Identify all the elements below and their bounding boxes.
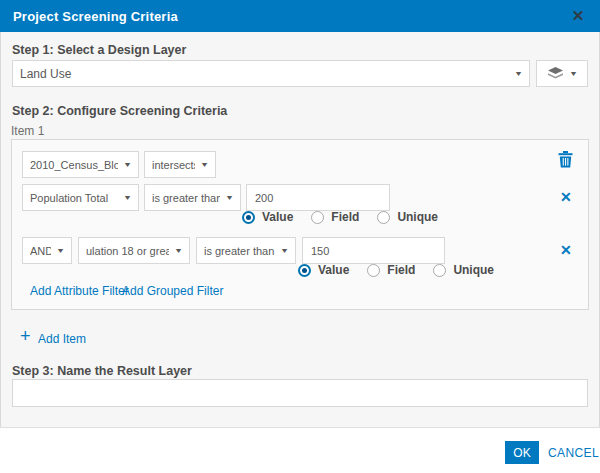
filter2-mode-value[interactable]: Value (298, 263, 349, 277)
ok-button[interactable]: OK (505, 441, 539, 464)
chevron-down-icon: ▼ (200, 161, 209, 168)
layer-options-button[interactable]: ▼ (536, 60, 588, 87)
dialog-title: Project Screening Criteria (13, 9, 178, 24)
delete-item-trash-icon[interactable] (558, 151, 573, 171)
chevron-down-icon: ▼ (568, 70, 577, 77)
step2-heading: Step 2: Configure Screening Criteria (12, 104, 227, 118)
add-item-link[interactable]: Add Item (38, 332, 86, 346)
spatial-operator-select-value: intersects (152, 159, 195, 171)
filter2-operator-select[interactable]: is greater than ▼ (196, 237, 296, 264)
filter1-value-input[interactable] (246, 184, 390, 211)
radio-unselected-icon (367, 264, 380, 277)
plus-icon[interactable]: + (20, 326, 31, 347)
dialog-header: Project Screening Criteria ✕ (0, 0, 600, 32)
filter2-field-select[interactable]: ulation 18 or greater ▼ (78, 237, 190, 264)
filter1-operator-select[interactable]: is greater than ▼ (144, 184, 241, 211)
filter1-mode-value[interactable]: Value (242, 210, 293, 224)
design-layer-select-value: Land Use (20, 67, 509, 81)
filter2-operator-select-value: is greater than (204, 245, 275, 257)
chevron-down-icon: ▼ (174, 247, 183, 254)
filter2-value-input[interactable] (302, 237, 445, 264)
filter2-logic-select[interactable]: AND ▼ (22, 237, 72, 264)
radio-selected-icon (298, 264, 311, 277)
add-attribute-filter-link[interactable]: Add Attribute Filter (30, 284, 129, 298)
chevron-down-icon: ▼ (56, 247, 65, 254)
filter1-field-select[interactable]: Population Total ▼ (22, 184, 139, 211)
cancel-button[interactable]: CANCEL (548, 446, 599, 460)
filter1-mode-field[interactable]: Field (311, 210, 359, 224)
item-label: Item 1 (11, 124, 44, 138)
dialog-footer: OK CANCEL (0, 427, 600, 473)
radio-unselected-icon (377, 211, 390, 224)
filter1-field-select-value: Population Total (30, 192, 118, 204)
radio-unselected-icon (433, 264, 446, 277)
filter2-logic-select-value: AND (30, 245, 51, 257)
radio-selected-icon (242, 211, 255, 224)
add-grouped-filter-link[interactable]: Add Grouped Filter (122, 284, 223, 298)
step1-heading: Step 1: Select a Design Layer (12, 43, 186, 57)
criteria-layer-select-value: 2010_Census_Blocks (30, 159, 118, 171)
spatial-operator-select[interactable]: intersects ▼ (144, 151, 216, 178)
filter2-mode-field[interactable]: Field (367, 263, 415, 277)
project-screening-criteria-dialog: Project Screening Criteria ✕ Step 1: Sel… (0, 0, 600, 473)
result-layer-name-input[interactable] (12, 379, 588, 407)
radio-unselected-icon (311, 211, 324, 224)
filter2-value-mode-group: Value Field Unique (298, 263, 512, 277)
step3-heading: Step 3: Name the Result Layer (12, 364, 192, 378)
filter1-mode-unique[interactable]: Unique (377, 210, 438, 224)
chevron-down-icon: ▼ (514, 70, 523, 77)
chevron-down-icon: ▼ (225, 194, 234, 201)
close-icon[interactable]: ✕ (566, 0, 590, 32)
filter2-mode-unique[interactable]: Unique (433, 263, 494, 277)
chevron-down-icon: ▼ (280, 247, 289, 254)
remove-filter1-icon[interactable]: ✕ (560, 190, 572, 204)
remove-filter2-icon[interactable]: ✕ (560, 243, 572, 257)
chevron-down-icon: ▼ (123, 194, 132, 201)
chevron-down-icon: ▼ (123, 161, 132, 168)
filter1-value-mode-group: Value Field Unique (242, 210, 456, 224)
filter2-field-select-value: ulation 18 or greater (86, 245, 169, 257)
criteria-layer-select[interactable]: 2010_Census_Blocks ▼ (22, 151, 139, 178)
filter1-operator-select-value: is greater than (152, 192, 220, 204)
design-layer-select[interactable]: Land Use ▼ (12, 60, 530, 87)
layers-icon (548, 67, 563, 80)
